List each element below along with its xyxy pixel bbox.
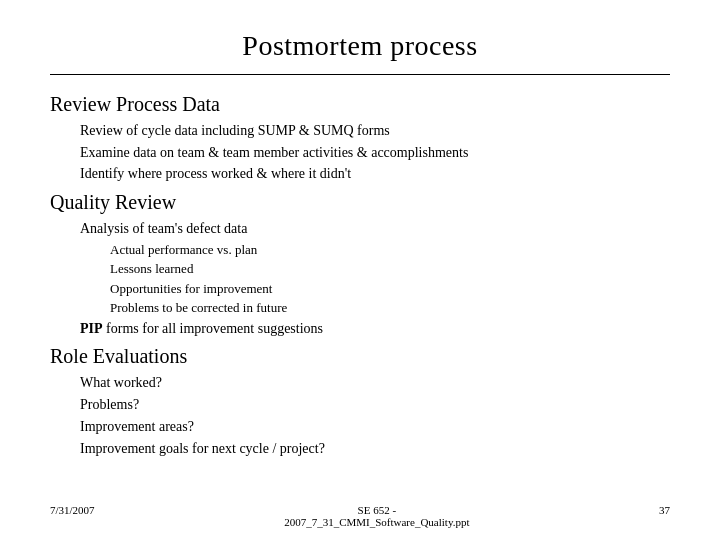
section-role-evaluations: Role Evaluations What worked? Problems? … — [50, 345, 670, 459]
role-item-4: Improvement goals for next cycle / proje… — [80, 438, 670, 460]
slide-container: Postmortem process Review Process Data R… — [0, 0, 720, 540]
analysis-item-4: Problems to be corrected in future — [110, 298, 670, 318]
review-item-1: Review of cycle data including SUMP & SU… — [80, 120, 670, 142]
analysis-item-2: Lessons learned — [110, 259, 670, 279]
quality-sub: Analysis of team's defect data Actual pe… — [50, 218, 670, 339]
review-item-2: Examine data on team & team member activ… — [80, 142, 670, 164]
footer-center-line1: SE 652 - — [358, 504, 397, 516]
footer-right: 37 — [659, 504, 670, 528]
role-item-2: Problems? — [80, 394, 670, 416]
slide-footer: 7/31/2007 SE 652 - 2007_7_31_CMMI_Softwa… — [50, 504, 670, 528]
analysis-label: Analysis of team's defect data — [80, 218, 670, 240]
section-quality-review: Quality Review Analysis of team's defect… — [50, 191, 670, 339]
slide-title: Postmortem process — [50, 30, 670, 62]
title-divider — [50, 74, 670, 75]
role-items: What worked? Problems? Improvement areas… — [50, 372, 670, 459]
role-item-1: What worked? — [80, 372, 670, 394]
analysis-items: Actual performance vs. plan Lessons lear… — [80, 240, 670, 318]
footer-center-line2: 2007_7_31_CMMI_Software_Quality.ppt — [284, 516, 469, 528]
role-item-3: Improvement areas? — [80, 416, 670, 438]
analysis-item-3: Opportunities for improvement — [110, 279, 670, 299]
pip-line: PIP forms for all improvement suggestion… — [80, 318, 670, 340]
section-heading-role: Role Evaluations — [50, 345, 670, 368]
section-heading-review: Review Process Data — [50, 93, 670, 116]
review-item-3: Identify where process worked & where it… — [80, 163, 670, 185]
footer-left: 7/31/2007 — [50, 504, 95, 528]
pip-bold: PIP — [80, 321, 103, 336]
analysis-item-1: Actual performance vs. plan — [110, 240, 670, 260]
section-review-process-data: Review Process Data Review of cycle data… — [50, 93, 670, 185]
review-items: Review of cycle data including SUMP & SU… — [50, 120, 670, 185]
footer-center: SE 652 - 2007_7_31_CMMI_Software_Quality… — [95, 504, 659, 528]
section-heading-quality: Quality Review — [50, 191, 670, 214]
